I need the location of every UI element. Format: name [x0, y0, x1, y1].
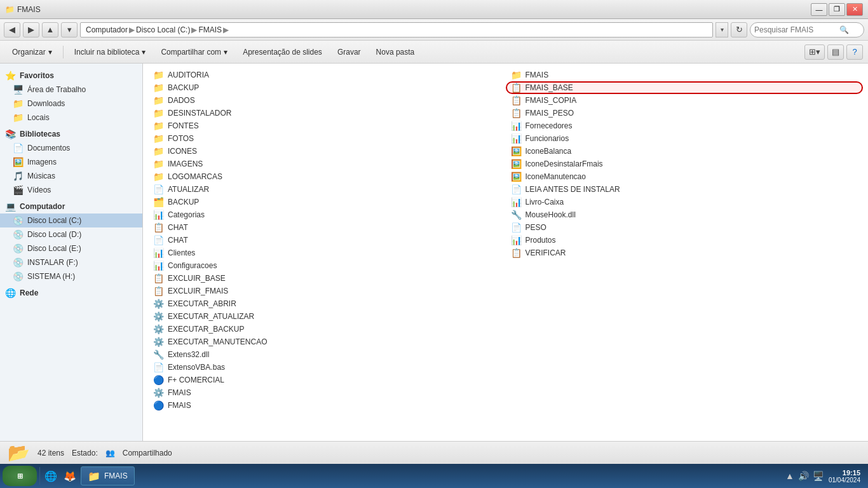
- list-item[interactable]: 🖼️IconeManutencao: [506, 170, 864, 183]
- ie-button[interactable]: 🌐: [43, 468, 59, 484]
- list-item[interactable]: ⚙️EXECUTAR_BACKUP: [148, 323, 506, 336]
- help-button[interactable]: ?: [846, 44, 863, 60]
- list-item[interactable]: ⚙️EXECUTAR_ATUALIZAR: [148, 310, 506, 323]
- list-item[interactable]: 🔵FMAIS: [148, 399, 506, 412]
- list-item[interactable]: 📁DESINSTALADOR: [148, 107, 506, 119]
- sidebar-item-drive-f[interactable]: 💿 INSTALAR (F:): [0, 255, 142, 269]
- list-item[interactable]: 📋FMAIS_COPIA: [506, 94, 864, 107]
- list-item[interactable]: 📁IMAGENS: [148, 158, 506, 170]
- sidebar-item-locais[interactable]: 📁 Locais: [0, 111, 142, 125]
- recent-button[interactable]: ▾: [61, 22, 78, 37]
- list-item[interactable]: 📋VERIFICAR: [506, 247, 864, 259]
- drive-h-label: SISTEMA (H:): [27, 272, 75, 281]
- list-item[interactable]: 📊Produtos: [506, 234, 864, 247]
- list-item[interactable]: 📁FOTOS: [148, 132, 506, 145]
- shortcut-icon: 🔵: [153, 400, 164, 410]
- file-name: AUDITORIA: [168, 71, 209, 79]
- active-window-label: FMAIS: [104, 471, 128, 480]
- list-item[interactable]: 📊Categorias: [148, 208, 506, 221]
- list-item[interactable]: 📄PESO: [506, 221, 864, 234]
- start-button[interactable]: ⊞: [3, 466, 37, 486]
- sidebar-item-drive-e[interactable]: 💿 Disco Local (E:): [0, 241, 142, 255]
- list-item[interactable]: 🖼️IconeDesinstalarFmais: [506, 158, 864, 170]
- sidebar-item-videos[interactable]: 🎬 Vídeos: [0, 183, 142, 197]
- list-item[interactable]: ⚙️EXECUTAR_ABRIR: [148, 297, 506, 310]
- tray-icon-display[interactable]: 🖥️: [813, 471, 824, 481]
- sidebar-item-downloads[interactable]: 📁 Downloads: [0, 97, 142, 111]
- music-label: Músicas: [27, 172, 55, 180]
- firefox-button[interactable]: 🦊: [62, 468, 78, 484]
- system-clock[interactable]: 19:15 01/04/2024: [829, 469, 860, 484]
- list-item[interactable]: 📁LOGOMARCAS: [148, 170, 506, 183]
- view-options-button[interactable]: ⊞▾: [804, 44, 825, 60]
- list-item[interactable]: 🗂️BACKUP: [148, 196, 506, 208]
- list-item[interactable]: 📋FMAIS_PESO: [506, 107, 864, 119]
- libraries-label: Bibliotecas: [20, 130, 60, 139]
- sidebar-item-drive-h[interactable]: 💿 SISTEMA (H:): [0, 269, 142, 283]
- new-folder-button[interactable]: Nova pasta: [369, 43, 422, 61]
- search-box[interactable]: 🔍: [750, 22, 864, 37]
- slideshow-button[interactable]: Apresentação de slides: [236, 43, 329, 61]
- organize-button[interactable]: Organizar ▾: [5, 43, 59, 61]
- list-item-fmais-base[interactable]: 📋 FMAIS_BASE: [506, 81, 864, 94]
- sidebar-item-music[interactable]: 🎵 Músicas: [0, 169, 142, 183]
- search-input[interactable]: [754, 25, 837, 34]
- file-name: ICONES: [168, 147, 197, 156]
- list-item[interactable]: ⚙️EXECUTAR_MANUTENCAO: [148, 336, 506, 348]
- sidebar-item-images[interactable]: 🖼️ Imagens: [0, 155, 142, 169]
- active-window-button[interactable]: 📁 FMAIS: [81, 466, 135, 485]
- list-item[interactable]: 📊Funcionarios: [506, 132, 864, 145]
- list-item[interactable]: 🔧Extens32.dll: [148, 348, 506, 361]
- library-button[interactable]: Incluir na biblioteca ▾: [67, 43, 153, 61]
- tray-icon-1[interactable]: ▲: [785, 471, 794, 481]
- list-item[interactable]: 📄ExtensoVBA.bas: [148, 361, 506, 374]
- list-item[interactable]: 📊Fornecedores: [506, 119, 864, 132]
- list-item[interactable]: 📁FONTES: [148, 119, 506, 132]
- refresh-button[interactable]: ↻: [731, 22, 747, 37]
- file-name: FMAIS_COPIA: [526, 96, 577, 105]
- close-button[interactable]: ✕: [846, 3, 863, 16]
- up-button[interactable]: ▲: [42, 22, 58, 37]
- list-item[interactable]: 📄ATUALIZAR: [148, 183, 506, 196]
- list-item[interactable]: 📄LEIA ANTES DE INSTALAR: [506, 183, 864, 196]
- back-button[interactable]: ◀: [4, 22, 20, 37]
- list-item[interactable]: 📁ICONES: [148, 145, 506, 158]
- forward-button[interactable]: ▶: [23, 22, 39, 37]
- list-item[interactable]: 📁DADOS: [148, 94, 506, 107]
- list-item[interactable]: 📋EXCLUIR_BASE: [148, 272, 506, 285]
- system-tray: ▲ 🔊 🖥️: [785, 471, 824, 481]
- img-icon: 🖼️: [511, 146, 522, 156]
- list-item-chat-doc[interactable]: 📄CHAT: [148, 234, 506, 247]
- sidebar-item-drive-d[interactable]: 💿 Disco Local (D:): [0, 227, 142, 241]
- list-item[interactable]: 🖼️IconeBalanca: [506, 145, 864, 158]
- list-item[interactable]: 📁AUDITORIA: [148, 69, 506, 81]
- tray-icon-volume[interactable]: 🔊: [798, 471, 809, 481]
- address-path[interactable]: Computador ▶ Disco Local (C:) ▶ FMAIS ▶: [80, 22, 713, 37]
- list-item[interactable]: 📊Livro-Caixa: [506, 196, 864, 208]
- list-item[interactable]: ⚙️FMAIS: [148, 386, 506, 399]
- sidebar-item-docs[interactable]: 📄 Documentos: [0, 141, 142, 155]
- list-item[interactable]: 📊Configuracoes: [148, 259, 506, 272]
- address-dropdown[interactable]: ▾: [715, 22, 728, 37]
- share-button[interactable]: Compartilhar com ▾: [154, 43, 234, 61]
- maximize-button[interactable]: ❐: [829, 3, 845, 16]
- list-item[interactable]: 📁FMAIS: [506, 69, 864, 81]
- state-value: Compartilhado: [123, 449, 172, 458]
- file-name: Funcionarios: [526, 134, 569, 143]
- details-pane-button[interactable]: ▤: [827, 44, 844, 60]
- list-item[interactable]: 🔵F+ COMERCIAL: [148, 374, 506, 386]
- file-name: EXECUTAR_ABRIR: [168, 299, 236, 308]
- sidebar-item-drive-c[interactable]: 💿 Disco Local (C:): [0, 214, 142, 227]
- list-item[interactable]: 📁BACKUP: [148, 81, 506, 94]
- list-item[interactable]: 📊Clientes: [148, 247, 506, 259]
- list-item[interactable]: 🔧MouseHook.dll: [506, 208, 864, 221]
- list-item-chat-access[interactable]: 📋CHAT: [148, 221, 506, 234]
- file-column-1: 📁AUDITORIA 📁BACKUP 📁DADOS 📁DESINSTALADOR…: [148, 69, 506, 412]
- sidebar-item-desktop[interactable]: 🖥️ Área de Trabalho: [0, 83, 142, 97]
- list-item[interactable]: 📋EXCLUIR_FMAIS: [148, 285, 506, 297]
- sidebar-header-computer: 💻 Computador: [0, 200, 142, 214]
- file-name: LOGOMARCAS: [168, 172, 222, 181]
- burn-button[interactable]: Gravar: [330, 43, 368, 61]
- file-name: EXCLUIR_BASE: [168, 274, 226, 283]
- minimize-button[interactable]: —: [811, 3, 827, 16]
